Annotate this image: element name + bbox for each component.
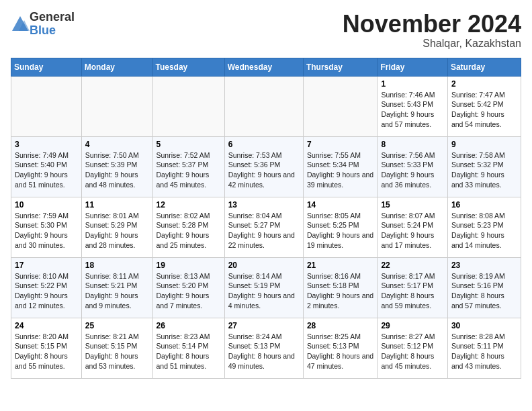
day-number: 23	[451, 261, 517, 270]
day-number: 28	[307, 321, 374, 330]
calendar-cell: 26Sunrise: 8:23 AMSunset: 5:14 PMDayligh…	[152, 318, 224, 378]
cell-info: Sunrise: 7:53 AMSunset: 5:36 PMDaylight:…	[228, 150, 300, 190]
calendar-cell: 5Sunrise: 7:52 AMSunset: 5:37 PMDaylight…	[152, 136, 224, 197]
day-number: 24	[15, 321, 78, 330]
calendar-cell: 20Sunrise: 8:14 AMSunset: 5:19 PMDayligh…	[224, 257, 303, 318]
day-number: 6	[228, 140, 300, 149]
day-number: 18	[85, 261, 149, 270]
cell-info: Sunrise: 8:27 AMSunset: 5:12 PMDaylight:…	[381, 332, 443, 371]
cell-info: Sunrise: 8:23 AMSunset: 5:14 PMDaylight:…	[157, 332, 221, 371]
cell-info: Sunrise: 7:50 AMSunset: 5:39 PMDaylight:…	[85, 150, 149, 190]
cell-info: Sunrise: 8:01 AMSunset: 5:29 PMDaylight:…	[85, 211, 149, 250]
logo: General Blue	[11, 11, 75, 38]
cell-info: Sunrise: 8:04 AMSunset: 5:27 PMDaylight:…	[228, 211, 300, 250]
day-number: 16	[451, 200, 517, 210]
calendar-week-row: 10Sunrise: 7:59 AMSunset: 5:30 PMDayligh…	[11, 197, 521, 257]
calendar-cell: 8Sunrise: 7:56 AMSunset: 5:33 PMDaylight…	[378, 136, 447, 197]
day-number: 29	[381, 321, 443, 330]
day-number: 5	[157, 140, 221, 149]
calendar-cell: 12Sunrise: 8:02 AMSunset: 5:28 PMDayligh…	[152, 197, 224, 257]
calendar-cell: 21Sunrise: 8:16 AMSunset: 5:18 PMDayligh…	[303, 257, 378, 318]
calendar-cell: 18Sunrise: 8:11 AMSunset: 5:21 PMDayligh…	[81, 257, 152, 318]
day-number: 20	[228, 261, 300, 270]
calendar-cell: 6Sunrise: 7:53 AMSunset: 5:36 PMDaylight…	[224, 136, 303, 197]
day-of-week-header: Tuesday	[152, 58, 224, 76]
day-number: 1	[381, 79, 443, 89]
cell-info: Sunrise: 8:20 AMSunset: 5:15 PMDaylight:…	[15, 332, 78, 371]
cell-info: Sunrise: 8:05 AMSunset: 5:25 PMDaylight:…	[307, 211, 374, 250]
calendar-cell: 15Sunrise: 8:07 AMSunset: 5:24 PMDayligh…	[378, 197, 447, 257]
calendar-cell: 22Sunrise: 8:17 AMSunset: 5:17 PMDayligh…	[378, 257, 447, 318]
cell-info: Sunrise: 7:58 AMSunset: 5:32 PMDaylight:…	[451, 150, 517, 190]
cell-info: Sunrise: 8:28 AMSunset: 5:11 PMDaylight:…	[451, 332, 517, 371]
calendar-cell: 13Sunrise: 8:04 AMSunset: 5:27 PMDayligh…	[224, 197, 303, 257]
cell-info: Sunrise: 8:10 AMSunset: 5:22 PMDaylight:…	[15, 271, 78, 311]
day-number: 12	[157, 200, 221, 210]
calendar-cell: 19Sunrise: 8:13 AMSunset: 5:20 PMDayligh…	[152, 257, 224, 318]
day-number: 14	[307, 200, 374, 210]
calendar-cell: 29Sunrise: 8:27 AMSunset: 5:12 PMDayligh…	[378, 318, 447, 378]
cell-info: Sunrise: 8:08 AMSunset: 5:23 PMDaylight:…	[451, 211, 517, 250]
day-number: 22	[381, 261, 443, 270]
day-number: 4	[85, 140, 149, 149]
day-of-week-header: Sunday	[11, 58, 82, 76]
header: General Blue November 2024 Shalqar, Kaza…	[11, 11, 521, 50]
day-of-week-header: Friday	[378, 58, 447, 76]
day-number: 3	[15, 140, 78, 149]
cell-info: Sunrise: 7:56 AMSunset: 5:33 PMDaylight:…	[381, 150, 443, 190]
day-of-week-header: Thursday	[303, 58, 378, 76]
calendar-cell	[11, 76, 82, 136]
day-of-week-header: Saturday	[447, 58, 521, 76]
calendar-cell	[224, 76, 303, 136]
calendar-cell: 3Sunrise: 7:49 AMSunset: 5:40 PMDaylight…	[11, 136, 82, 197]
location-title: Shalqar, Kazakhstan	[343, 38, 521, 50]
calendar-cell: 10Sunrise: 7:59 AMSunset: 5:30 PMDayligh…	[11, 197, 82, 257]
calendar-cell: 24Sunrise: 8:20 AMSunset: 5:15 PMDayligh…	[11, 318, 82, 378]
calendar-cell: 11Sunrise: 8:01 AMSunset: 5:29 PMDayligh…	[81, 197, 152, 257]
day-number: 27	[228, 321, 300, 330]
cell-info: Sunrise: 8:11 AMSunset: 5:21 PMDaylight:…	[85, 271, 149, 311]
calendar-cell	[81, 76, 152, 136]
cell-info: Sunrise: 8:21 AMSunset: 5:15 PMDaylight:…	[85, 332, 149, 371]
calendar-week-row: 17Sunrise: 8:10 AMSunset: 5:22 PMDayligh…	[11, 257, 521, 318]
cell-info: Sunrise: 7:55 AMSunset: 5:34 PMDaylight:…	[307, 150, 374, 190]
cell-info: Sunrise: 8:02 AMSunset: 5:28 PMDaylight:…	[157, 211, 221, 250]
calendar-cell	[303, 76, 378, 136]
cell-info: Sunrise: 8:24 AMSunset: 5:13 PMDaylight:…	[228, 332, 300, 371]
day-number: 13	[228, 200, 300, 210]
logo-general-text: General	[30, 10, 75, 24]
day-number: 7	[307, 140, 374, 149]
day-of-week-header: Wednesday	[224, 58, 303, 76]
cell-info: Sunrise: 7:49 AMSunset: 5:40 PMDaylight:…	[15, 150, 78, 190]
calendar-week-row: 24Sunrise: 8:20 AMSunset: 5:15 PMDayligh…	[11, 318, 521, 378]
calendar-cell: 2Sunrise: 7:47 AMSunset: 5:42 PMDaylight…	[447, 76, 521, 136]
title-area: November 2024 Shalqar, Kazakhstan	[343, 11, 521, 50]
cell-info: Sunrise: 7:46 AMSunset: 5:43 PMDaylight:…	[381, 90, 443, 130]
cell-info: Sunrise: 8:07 AMSunset: 5:24 PMDaylight:…	[381, 211, 443, 250]
calendar-cell: 1Sunrise: 7:46 AMSunset: 5:43 PMDaylight…	[378, 76, 447, 136]
day-number: 2	[451, 79, 517, 89]
day-number: 17	[15, 261, 78, 270]
day-number: 30	[451, 321, 517, 330]
cell-info: Sunrise: 7:47 AMSunset: 5:42 PMDaylight:…	[451, 90, 517, 130]
day-number: 25	[85, 321, 149, 330]
logo-blue-text: Blue	[30, 24, 56, 37]
calendar-cell: 28Sunrise: 8:25 AMSunset: 5:13 PMDayligh…	[303, 318, 378, 378]
day-number: 9	[451, 140, 517, 149]
cell-info: Sunrise: 7:52 AMSunset: 5:37 PMDaylight:…	[157, 150, 221, 190]
cell-info: Sunrise: 8:17 AMSunset: 5:17 PMDaylight:…	[381, 271, 443, 311]
calendar-cell: 17Sunrise: 8:10 AMSunset: 5:22 PMDayligh…	[11, 257, 82, 318]
day-number: 21	[307, 261, 374, 270]
day-number: 11	[85, 200, 149, 210]
cell-info: Sunrise: 8:14 AMSunset: 5:19 PMDaylight:…	[228, 271, 300, 311]
day-number: 10	[15, 200, 78, 210]
day-of-week-header: Monday	[81, 58, 152, 76]
calendar-cell: 27Sunrise: 8:24 AMSunset: 5:13 PMDayligh…	[224, 318, 303, 378]
calendar-cell: 4Sunrise: 7:50 AMSunset: 5:39 PMDaylight…	[81, 136, 152, 197]
calendar-week-row: 3Sunrise: 7:49 AMSunset: 5:40 PMDaylight…	[11, 136, 521, 197]
day-number: 26	[157, 321, 221, 330]
cell-info: Sunrise: 8:19 AMSunset: 5:16 PMDaylight:…	[451, 271, 517, 311]
day-number: 15	[381, 200, 443, 210]
calendar-header-row: SundayMondayTuesdayWednesdayThursdayFrid…	[11, 58, 521, 76]
calendar-cell: 25Sunrise: 8:21 AMSunset: 5:15 PMDayligh…	[81, 318, 152, 378]
